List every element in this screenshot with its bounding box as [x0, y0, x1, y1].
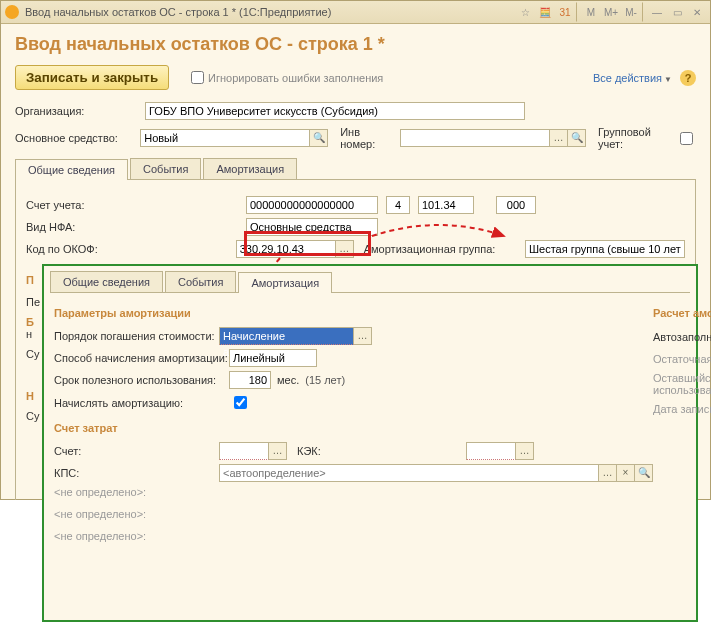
overlay-panel: Общие сведения События Амортизация Парам…: [42, 264, 698, 500]
favorite-icon[interactable]: ☆: [516, 3, 534, 21]
inv-lookup-button[interactable]: 🔍: [568, 129, 586, 147]
org-input[interactable]: [145, 102, 525, 120]
toolbar: Записать и закрыть Игнорировать ошибки з…: [1, 61, 710, 98]
inv-input[interactable]: [400, 129, 550, 147]
close-icon[interactable]: ✕: [688, 3, 706, 21]
auto-label: Автозаполнение:: [653, 331, 711, 343]
order-input[interactable]: Начисление амортизации: [219, 327, 354, 345]
life-years: (15 лет): [305, 374, 345, 386]
all-actions-link[interactable]: Все действия▼: [593, 72, 672, 84]
life-input[interactable]: [229, 371, 271, 389]
cost-acc-label: Счет:: [54, 445, 219, 457]
group-checkbox[interactable]: [680, 132, 693, 145]
order-label: Порядок погашения стоимости:: [54, 330, 219, 342]
kek-label: КЭК:: [297, 445, 462, 457]
okof-input[interactable]: [236, 240, 336, 258]
kps-more[interactable]: …: [599, 464, 617, 482]
org-label: Организация:: [15, 105, 145, 117]
kek-input[interactable]: [466, 442, 516, 460]
maximize-icon[interactable]: ▭: [668, 3, 686, 21]
method-input[interactable]: [229, 349, 317, 367]
inv-more-button[interactable]: …: [550, 129, 568, 147]
overlay-tabs: Общие сведения События Амортизация: [50, 271, 690, 292]
calc-label: Начислять амортизацию:: [54, 397, 219, 409]
nfa-row: Вид НФА:: [26, 218, 685, 236]
account-p3[interactable]: [496, 196, 536, 214]
window-title: Ввод начальных остатков ОС - строка 1 * …: [25, 6, 514, 18]
org-row: Организация:: [1, 100, 710, 122]
okof-label: Код по ОКОФ:: [26, 243, 236, 255]
ignore-errors-label: Игнорировать ошибки заполнения: [208, 72, 383, 84]
calendar-icon[interactable]: 31: [556, 3, 574, 21]
account-code[interactable]: [246, 196, 378, 214]
overlay-tab-general[interactable]: Общие сведения: [50, 271, 163, 292]
kps-clear[interactable]: ×: [617, 464, 635, 482]
kps-lookup[interactable]: 🔍: [635, 464, 653, 482]
calc-icon[interactable]: 🧮: [536, 3, 554, 21]
separator: [576, 2, 578, 22]
separator: [642, 2, 644, 22]
cost-acc-input[interactable]: [219, 442, 269, 460]
main-tabs: Общие сведения События Амортизация: [15, 158, 696, 179]
life-unit: мес.: [277, 374, 299, 386]
date-label: Дата записи:: [653, 403, 711, 415]
undef-1: <не определено>:: [54, 486, 219, 498]
overlay-tab-amort[interactable]: Амортизация: [238, 272, 332, 293]
method-label: Способ начисления амортизации:: [54, 352, 229, 364]
os-row: Основное средство: 🔍 Инв номер: … 🔍 Груп…: [1, 124, 710, 152]
help-icon[interactable]: ?: [680, 70, 696, 86]
group-label: Групповой учет:: [598, 126, 676, 150]
tab-general[interactable]: Общие сведения: [15, 159, 128, 180]
os-input[interactable]: [140, 129, 310, 147]
page-title: Ввод начальных остатков ОС - строка 1 *: [1, 24, 710, 61]
os-lookup-button[interactable]: 🔍: [310, 129, 328, 147]
save-and-close-button[interactable]: Записать и закрыть: [15, 65, 169, 90]
mem-m[interactable]: M: [582, 3, 600, 21]
nfa-input[interactable]: [246, 218, 378, 236]
kps-label: КПС:: [54, 467, 219, 479]
account-p1[interactable]: [386, 196, 410, 214]
account-row: Счет учета:: [26, 196, 685, 214]
okof-more-button[interactable]: …: [336, 240, 354, 258]
overlay-tab-events[interactable]: События: [165, 271, 236, 292]
section-params: Параметры амортизации: [54, 307, 653, 319]
os-label: Основное средство:: [15, 132, 140, 144]
amgroup-input[interactable]: [525, 240, 685, 258]
kek-more[interactable]: …: [516, 442, 534, 460]
minimize-icon[interactable]: —: [648, 3, 666, 21]
section-calc: Расчет амортизации: [653, 307, 711, 319]
inv-label: Инв номер:: [340, 126, 396, 150]
overlay-tabpanel: Параметры амортизации Порядок погашения …: [50, 292, 690, 500]
life-label: Срок полезного использования:: [54, 374, 219, 386]
title-bar: Ввод начальных остатков ОС - строка 1 * …: [1, 1, 710, 24]
section-cost: Счет затрат: [54, 422, 653, 434]
mem-mminus[interactable]: M-: [622, 3, 640, 21]
account-p2[interactable]: [418, 196, 474, 214]
ignore-errors-checkbox[interactable]: Игнорировать ошибки заполнения: [187, 68, 383, 87]
residual-label: Остаточная стоимость:: [653, 353, 711, 365]
amgroup-label: Амортизационная группа:: [364, 243, 521, 255]
app-icon: [5, 5, 19, 19]
remain-label: Оставшийся срок использования:: [653, 372, 711, 396]
tab-events[interactable]: События: [130, 158, 201, 179]
kps-input[interactable]: [219, 464, 599, 482]
tab-amort[interactable]: Амортизация: [203, 158, 297, 179]
ignore-errors-input[interactable]: [191, 71, 204, 84]
okof-row: Код по ОКОФ: … Амортизационная группа:: [26, 240, 685, 258]
order-more-button[interactable]: …: [354, 327, 372, 345]
calc-checkbox[interactable]: [234, 396, 247, 409]
cost-acc-more[interactable]: …: [269, 442, 287, 460]
account-label: Счет учета:: [26, 199, 246, 211]
nfa-label: Вид НФА:: [26, 221, 246, 233]
mem-mplus[interactable]: M+: [602, 3, 620, 21]
